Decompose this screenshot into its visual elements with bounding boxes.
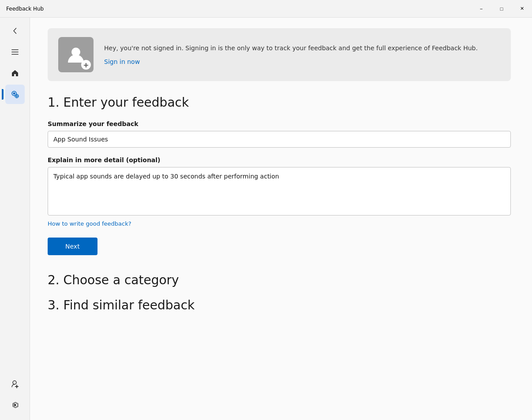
svg-point-4	[13, 93, 15, 95]
back-button[interactable]	[5, 21, 25, 41]
titlebar: Feedback Hub − □ ✕	[0, 0, 532, 18]
svg-point-6	[13, 381, 16, 384]
signin-link[interactable]: Sign in now	[104, 58, 140, 65]
app-title: Feedback Hub	[6, 6, 44, 12]
signin-banner: + Hey, you're not signed in. Signing in …	[48, 28, 511, 81]
settings-button[interactable]	[5, 395, 25, 415]
minimize-button[interactable]: −	[471, 0, 491, 18]
summary-field: Summarize your feedback	[48, 120, 511, 156]
svg-rect-0	[11, 49, 19, 50]
step2-title: 2. Choose a category	[48, 273, 511, 287]
main-content: + Hey, you're not signed in. Signing in …	[30, 18, 532, 420]
menu-button[interactable]	[5, 42, 25, 62]
step2-section: 2. Choose a category	[48, 273, 511, 287]
app-body: + Hey, you're not signed in. Signing in …	[0, 18, 532, 420]
window-controls: − □ ✕	[471, 0, 532, 18]
home-icon	[11, 69, 19, 77]
step3-section: 3. Find similar feedback	[48, 298, 511, 312]
avatar: +	[58, 37, 94, 72]
step1-section: 1. Enter your feedback Summarize your fe…	[48, 95, 511, 273]
settings-icon	[11, 401, 19, 409]
help-link[interactable]: How to write good feedback?	[48, 220, 131, 227]
feedback-button[interactable]	[5, 85, 25, 104]
step3-title: 3. Find similar feedback	[48, 298, 511, 312]
signin-text: Hey, you're not signed in. Signing in is…	[104, 44, 500, 66]
add-badge: +	[81, 60, 91, 70]
detail-field: Explain in more detail (optional) Typica…	[48, 156, 511, 219]
detail-label: Explain in more detail (optional)	[48, 156, 511, 164]
sidebar	[0, 18, 30, 420]
back-icon	[11, 27, 19, 34]
svg-rect-2	[11, 54, 19, 55]
add-account-button[interactable]	[5, 374, 25, 394]
signin-message: Hey, you're not signed in. Signing in is…	[104, 44, 500, 53]
feedback-icon	[11, 90, 19, 99]
step1-title: 1. Enter your feedback	[48, 95, 511, 110]
maximize-button[interactable]: □	[491, 0, 512, 18]
add-account-icon	[11, 379, 19, 388]
detail-input[interactable]: Typical app sounds are delayed up to 30 …	[48, 167, 511, 216]
summary-input[interactable]	[48, 131, 511, 148]
next-button[interactable]: Next	[48, 238, 97, 255]
summary-label: Summarize your feedback	[48, 120, 511, 127]
close-button[interactable]: ✕	[512, 0, 532, 18]
home-button[interactable]	[5, 63, 25, 83]
menu-icon	[11, 48, 19, 56]
svg-rect-1	[11, 52, 19, 52]
